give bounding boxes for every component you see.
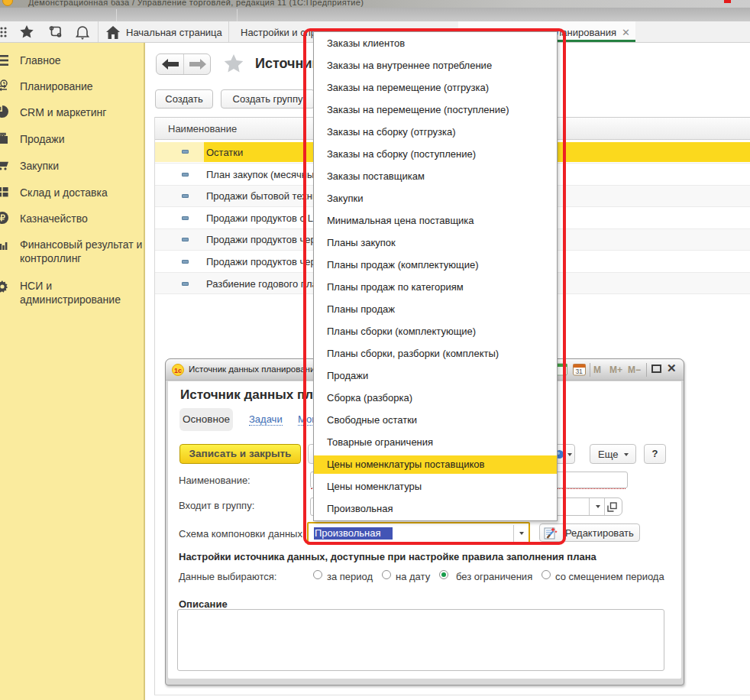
svg-text:1с: 1с: [174, 367, 182, 374]
svg-text:31: 31: [575, 368, 583, 375]
